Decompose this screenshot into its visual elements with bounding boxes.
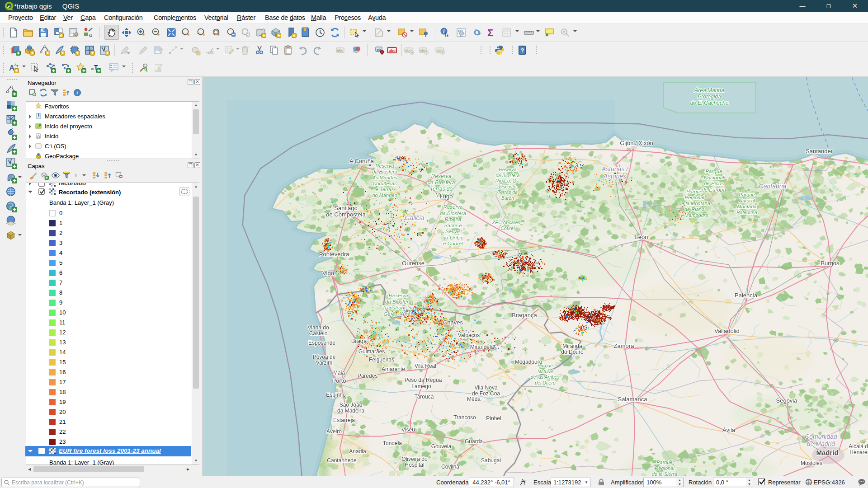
svg-text:Viana doCastelo: Viana doCastelo — [307, 324, 329, 337]
svg-text:Amarante: Amarante — [382, 366, 405, 372]
svg-text:ParqueNaturalMontañaPalentina: ParqueNaturalMontañaPalentina — [736, 192, 757, 215]
svg-text:São Joãoda Madeira: São Joãoda Madeira — [337, 402, 364, 414]
svg-text:a: a — [89, 32, 92, 38]
svg-text:Lamego: Lamego — [411, 383, 431, 389]
svg-text:Gouveia: Gouveia — [431, 443, 452, 450]
svg-text:Móstoles: Móstoles — [801, 460, 822, 466]
svg-text:Gijón / Xixón: Gijón / Xixón — [620, 140, 653, 146]
svg-text:Tondela: Tondela — [383, 440, 402, 446]
svg-text:Covilhã: Covilhã — [441, 464, 459, 470]
svg-text:Braga: Braga — [351, 338, 367, 344]
svg-text:Santander: Santander — [806, 148, 833, 155]
svg-text:Póvoa deVarzim: Póvoa deVarzim — [313, 354, 336, 366]
svg-text:Felgueiras: Felgueiras — [369, 357, 394, 363]
svg-text:Guimarães: Guimarães — [359, 348, 385, 355]
svg-text:Mêda: Mêda — [467, 396, 481, 402]
svg-text:abc: abc — [389, 48, 396, 53]
svg-text:León: León — [635, 234, 648, 240]
svg-text:Maia: Maia — [333, 370, 345, 376]
svg-text:abc: abc — [337, 48, 344, 52]
svg-text:Ávila: Ávila — [722, 427, 736, 433]
svg-text:Segovia: Segovia — [776, 397, 798, 404]
svg-text:ε: ε — [75, 172, 77, 178]
svg-text:Alcalá deHenares: Alcalá deHenares — [849, 443, 868, 455]
svg-text:A: A — [9, 64, 14, 72]
svg-text:Madrid: Madrid — [816, 449, 838, 456]
svg-text:ab: ab — [377, 47, 381, 52]
svg-text:Asturias /Asturies: Asturias /Asturies — [601, 165, 629, 180]
svg-text:Vila Real: Vila Real — [415, 363, 436, 369]
svg-text:Reservada BiosferaAs MariñasCo: Reservada BiosferaAs MariñasCoruñesase T… — [372, 163, 397, 198]
svg-text:Viseu: Viseu — [401, 427, 415, 433]
svg-text:Oliveira doHospital: Oliveira doHospital — [401, 456, 428, 468]
svg-text:Lugo: Lugo — [440, 193, 453, 200]
svg-text:Mirandela: Mirandela — [470, 344, 494, 350]
svg-text:Zamora: Zamora — [614, 343, 635, 349]
svg-text:Σ: Σ — [487, 27, 493, 38]
svg-text:Valladolid: Valladolid — [714, 328, 739, 334]
svg-text:Pinhel: Pinhel — [486, 415, 501, 422]
svg-text:1:1: 1:1 — [214, 31, 218, 34]
svg-text:A Coruña: A Coruña — [349, 158, 374, 164]
svg-text:Valpaços: Valpaços — [458, 332, 480, 338]
svg-text:Aveiro: Aveiro — [326, 428, 342, 435]
svg-text:Cantanhede: Cantanhede — [327, 457, 357, 464]
svg-text:Paredes: Paredes — [358, 373, 378, 379]
svg-text:Tarouca: Tarouca — [415, 394, 434, 400]
svg-text:Ourense: Ourense — [402, 260, 425, 267]
svg-text:Galicia: Galicia — [405, 214, 425, 221]
svg-text:Comunidadde Madrid: Comunidadde Madrid — [805, 433, 838, 447]
svg-text:Sabugal: Sabugal — [481, 457, 501, 464]
svg-text:Estarreja: Estarreja — [333, 417, 355, 423]
svg-text:Porto: Porto — [332, 377, 346, 384]
svg-text:Salamanca: Salamanca — [618, 396, 647, 403]
svg-text:Anadia: Anadia — [349, 448, 366, 455]
svg-text:Pontevedra: Pontevedra — [319, 251, 349, 258]
svg-text:Cantabria: Cantabria — [759, 183, 787, 190]
svg-text:Mogadouro: Mogadouro — [515, 359, 542, 365]
svg-text:Burgos: Burgos — [821, 260, 840, 267]
svg-text:Mirandado Douro: Mirandado Douro — [561, 343, 584, 355]
svg-text:Bragança: Bragança — [512, 312, 537, 319]
svg-text:Trancoso: Trancoso — [453, 414, 476, 421]
svg-text:Chaves: Chaves — [443, 319, 463, 326]
svg-text:?: ? — [521, 47, 524, 54]
svg-text:Peso da Régua: Peso da Régua — [405, 377, 442, 383]
svg-text:Palencia: Palencia — [735, 292, 758, 299]
svg-text:Esposende: Esposende — [308, 340, 335, 346]
svg-text:Guarda: Guarda — [465, 438, 483, 445]
svg-text:Espinho: Espinho — [326, 392, 346, 398]
svg-text:Vigo: Vigo — [322, 270, 334, 277]
svg-text:Vila Novade Foz Coa: Vila Novade Foz Coa — [472, 385, 500, 397]
